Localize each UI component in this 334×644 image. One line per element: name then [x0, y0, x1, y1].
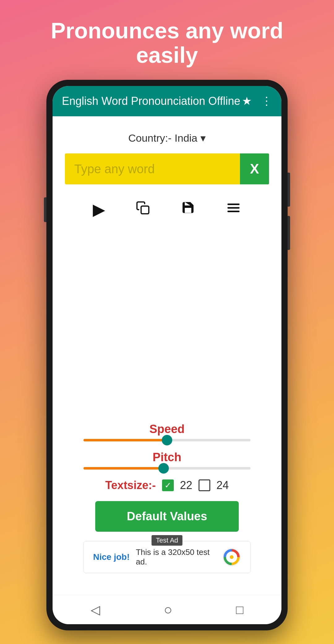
- country-value[interactable]: India: [175, 132, 198, 144]
- nav-home-button[interactable]: ○: [164, 601, 173, 618]
- phone-screen: English Word Pronounciation Offline ★ ⋮ …: [53, 86, 281, 624]
- volume-button: [44, 197, 46, 222]
- copy-button[interactable]: [136, 201, 150, 218]
- play-button[interactable]: ▶: [93, 200, 105, 219]
- content-area: [65, 228, 269, 419]
- textsize-24-value: 24: [216, 479, 229, 492]
- speed-slider-fill: [84, 439, 167, 441]
- textsize-22-value: 22: [180, 479, 192, 492]
- word-input[interactable]: [65, 162, 240, 176]
- textsize-22-checkbox[interactable]: ✓: [162, 479, 174, 491]
- more-menu-icon[interactable]: ⋮: [261, 95, 272, 108]
- country-selector-row: Country:- India ▾: [65, 126, 269, 153]
- app-bar-icons: ★ ⋮: [242, 95, 272, 108]
- ad-nice-job: Nice job!: [93, 552, 130, 562]
- bottom-navigation: ◁ ○ □: [53, 595, 281, 624]
- country-dropdown-icon[interactable]: ▾: [200, 132, 206, 144]
- default-values-button[interactable]: Default Values: [95, 501, 239, 532]
- textsize-row: Textsize:- ✓ 22 24: [77, 479, 257, 492]
- controls-section: Speed Pitch Textsize:-: [65, 419, 269, 586]
- app-bar: English Word Pronounciation Offline ★ ⋮: [53, 86, 281, 116]
- actions-row: ▶: [65, 194, 269, 225]
- save-button[interactable]: [181, 200, 195, 219]
- app-content: Country:- India ▾ X ▶: [53, 116, 281, 595]
- nav-back-button[interactable]: ◁: [91, 603, 100, 617]
- svg-rect-0: [141, 206, 149, 214]
- nav-recent-button[interactable]: □: [236, 603, 243, 617]
- speed-label: Speed: [77, 423, 257, 436]
- svg-point-6: [230, 555, 233, 559]
- power-button: [288, 173, 290, 207]
- textsize-24-checkbox[interactable]: [199, 479, 210, 491]
- app-title: English Word Pronounciation Offline: [62, 95, 242, 108]
- ad-description: This is a 320x50 test ad.: [136, 547, 216, 567]
- pitch-slider-thumb[interactable]: [158, 463, 169, 474]
- pitch-slider-track[interactable]: [84, 467, 250, 470]
- list-button[interactable]: [226, 200, 241, 219]
- speed-slider-thumb[interactable]: [162, 435, 172, 445]
- pitch-slider-fill: [84, 467, 164, 470]
- clear-button[interactable]: X: [240, 153, 269, 184]
- ad-label: Test Ad: [152, 535, 182, 546]
- speed-control: Speed: [77, 423, 257, 441]
- pitch-control: Pitch: [77, 451, 257, 470]
- ad-logo-icon: [222, 548, 241, 566]
- side-button-2: [288, 216, 290, 250]
- pitch-label: Pitch: [77, 451, 257, 464]
- page-headline: Pronounces any word easily: [0, 0, 334, 80]
- textsize-label: Textsize:-: [105, 479, 156, 492]
- phone-frame: English Word Pronounciation Offline ★ ⋮ …: [46, 80, 288, 630]
- country-prefix-label: Country:-: [128, 132, 172, 144]
- ad-banner: Test Ad Nice job! This is a 320x50 test …: [84, 541, 250, 573]
- star-icon[interactable]: ★: [242, 95, 252, 108]
- word-input-bar: X: [65, 153, 269, 184]
- speed-slider-track[interactable]: [84, 439, 250, 441]
